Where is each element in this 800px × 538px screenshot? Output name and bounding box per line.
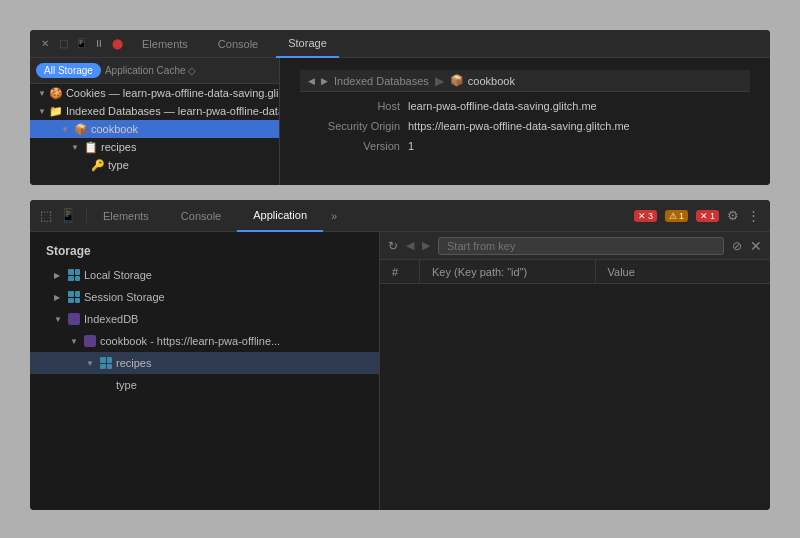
arrow-icon: ▼ xyxy=(71,143,81,152)
tab-storage-top[interactable]: Storage xyxy=(276,30,339,58)
sidebar-session-storage[interactable]: ▶ Session Storage xyxy=(30,286,379,308)
search-input[interactable] xyxy=(438,237,724,255)
top-sidebar: All Storage Application Cache ◇ ▼ 🍪 Cook… xyxy=(30,58,280,185)
security-value: https://learn-pwa-offline-data-saving.gl… xyxy=(408,120,630,132)
inspect-icon[interactable]: ⬚ xyxy=(56,37,70,51)
block-icon[interactable]: ⊘ xyxy=(732,239,742,253)
bc-sep: ▶ xyxy=(435,74,444,88)
detail-host: Host learn-pwa-offline-data-saving.glitc… xyxy=(300,100,750,112)
col-value: Value xyxy=(596,260,771,283)
version-label: Version xyxy=(300,140,400,152)
arrow-icon: ▶ xyxy=(54,271,64,280)
bc-indexed: Indexed Databases xyxy=(334,75,429,87)
top-sidebar-toolbar: All Storage Application Cache ◇ xyxy=(30,58,279,84)
bm-toolbar: ↻ ◀ ▶ ⊘ ✕ xyxy=(380,232,770,260)
cookbook-icon: 📦 xyxy=(74,123,88,136)
error-badge-2: ✕ 1 xyxy=(696,210,719,222)
top-main: ◀ ▶ Indexed Databases ▶ 📦 cookbook Host … xyxy=(280,58,770,185)
type-label: type xyxy=(116,379,137,391)
sidebar-item-cookies[interactable]: ▼ 🍪 Cookies — learn-pwa-offline-data-sav… xyxy=(30,84,279,102)
app-cache-label[interactable]: Application Cache ◇ xyxy=(105,65,196,76)
error-count-2: 1 xyxy=(710,211,715,221)
top-toolbar: ✕ ⬚ 📱 ⏸ ⬤ Elements Console Storage xyxy=(30,30,770,58)
cookbook-db-label: cookbook - https://learn-pwa-offline... xyxy=(100,335,280,347)
error-count: 3 xyxy=(648,211,653,221)
tab-elements-bottom[interactable]: Elements xyxy=(87,200,165,232)
tab-elements-top[interactable]: Elements xyxy=(130,30,200,58)
db-icon: 📁 xyxy=(49,105,63,118)
local-storage-icon xyxy=(68,269,80,281)
refresh-icon[interactable]: ↻ xyxy=(388,239,398,253)
arrow-icon: ▼ xyxy=(38,89,46,98)
bottom-sidebar: Storage ▶ Local Storage ▶ xyxy=(30,232,380,510)
warning-count: 1 xyxy=(679,211,684,221)
warning-badge: ⚠ 1 xyxy=(665,210,688,222)
prev-icon: ◀ xyxy=(406,239,414,252)
back-icon[interactable]: ◀ xyxy=(308,76,315,86)
close-icon[interactable]: ✕ xyxy=(38,37,52,51)
host-label: Host xyxy=(300,100,400,112)
tab-console-top[interactable]: Console xyxy=(206,30,270,58)
settings-icon[interactable]: ⚙ xyxy=(727,208,739,223)
security-label: Security Origin xyxy=(300,120,400,132)
cookie-icon: 🍪 xyxy=(49,87,63,100)
host-value: learn-pwa-offline-data-saving.glitch.me xyxy=(408,100,597,112)
all-storage-button[interactable]: All Storage xyxy=(36,63,101,78)
indexeddb-label: IndexedDB xyxy=(84,313,138,325)
sidebar-item-indexed-db[interactable]: ▼ 📁 Indexed Databases — learn-pwa-offlin… xyxy=(30,102,279,120)
error-x-icon-2: ✕ xyxy=(700,211,708,221)
sidebar-recipes[interactable]: ▼ recipes xyxy=(30,352,379,374)
arrow-icon: ▶ xyxy=(54,293,64,302)
arrow-icon: ▼ xyxy=(38,107,46,116)
toolbar-icon-group: ⬚ 📱 xyxy=(30,208,87,223)
toolbar-right: ✕ 3 ⚠ 1 ✕ 1 ⚙ ⋮ xyxy=(634,208,770,223)
tab-application-bottom[interactable]: Application xyxy=(237,200,323,232)
bottom-content: Storage ▶ Local Storage ▶ xyxy=(30,232,770,510)
session-storage-label: Session Storage xyxy=(84,291,165,303)
local-storage-label: Local Storage xyxy=(84,269,152,281)
sidebar-indexeddb[interactable]: ▼ IndexedDB xyxy=(30,308,379,330)
close-search-icon[interactable]: ✕ xyxy=(750,238,762,254)
col-hash: # xyxy=(380,260,420,283)
device-icon[interactable]: 📱 xyxy=(74,37,88,51)
storage-heading: Storage xyxy=(30,240,379,262)
indexeddb-icon xyxy=(68,313,80,325)
recipes-label: recipes xyxy=(101,141,136,153)
top-content: All Storage Application Cache ◇ ▼ 🍪 Cook… xyxy=(30,58,770,185)
tab-console-bottom[interactable]: Console xyxy=(165,200,237,232)
bottom-main: ↻ ◀ ▶ ⊘ ✕ # Key (Key path: "id") Value xyxy=(380,232,770,510)
version-value: 1 xyxy=(408,140,414,152)
breadcrumb: ◀ ▶ Indexed Databases ▶ 📦 cookbook xyxy=(300,70,750,92)
bc-cookbook-label: cookbook xyxy=(468,75,515,87)
pause-icon[interactable]: ⏸ xyxy=(92,37,106,51)
table-content xyxy=(380,284,770,510)
arrow-icon: ▼ xyxy=(61,125,71,134)
toolbar-icons: ✕ ⬚ 📱 ⏸ ⬤ xyxy=(38,37,124,51)
arrow-icon: ▼ xyxy=(54,315,64,324)
top-devtools-panel: ✕ ⬚ 📱 ⏸ ⬤ Elements Console Storage All S… xyxy=(30,30,770,185)
bottom-toolbar: ⬚ 📱 Elements Console Application » ✕ 3 ⚠… xyxy=(30,200,770,232)
mobile-icon[interactable]: 📱 xyxy=(60,208,76,223)
sidebar-item-type[interactable]: 🔑 type xyxy=(30,156,279,174)
sidebar-item-cookbook[interactable]: ▼ 📦 cookbook xyxy=(30,120,279,138)
sidebar-type[interactable]: type xyxy=(30,374,379,396)
type-label: type xyxy=(108,159,129,171)
cookbook-db-icon xyxy=(84,335,96,347)
cookbook-label: cookbook xyxy=(91,123,138,135)
table-header: # Key (Key path: "id") Value xyxy=(380,260,770,284)
bc-cookbook: 📦 cookbook xyxy=(450,74,515,87)
sidebar-local-storage[interactable]: ▶ Local Storage xyxy=(30,264,379,286)
sidebar-cookbook[interactable]: ▼ cookbook - https://learn-pwa-offline..… xyxy=(30,330,379,352)
warning-icon: ⚠ xyxy=(669,211,677,221)
bottom-devtools-panel: ⬚ 📱 Elements Console Application » ✕ 3 ⚠… xyxy=(30,200,770,510)
cursor-icon[interactable]: ⬚ xyxy=(40,208,52,223)
error-icon[interactable]: ⬤ xyxy=(110,37,124,51)
bc-cookbook-icon: 📦 xyxy=(450,74,464,87)
more-tabs-icon[interactable]: » xyxy=(323,210,345,222)
cookies-label: Cookies — learn-pwa-offline-data-saving.… xyxy=(66,87,279,99)
forward-icon[interactable]: ▶ xyxy=(321,76,328,86)
more-options-icon[interactable]: ⋮ xyxy=(747,208,760,223)
arrow-icon: ▼ xyxy=(70,337,80,346)
detail-security: Security Origin https://learn-pwa-offlin… xyxy=(300,120,750,132)
sidebar-item-recipes[interactable]: ▼ 📋 recipes xyxy=(30,138,279,156)
